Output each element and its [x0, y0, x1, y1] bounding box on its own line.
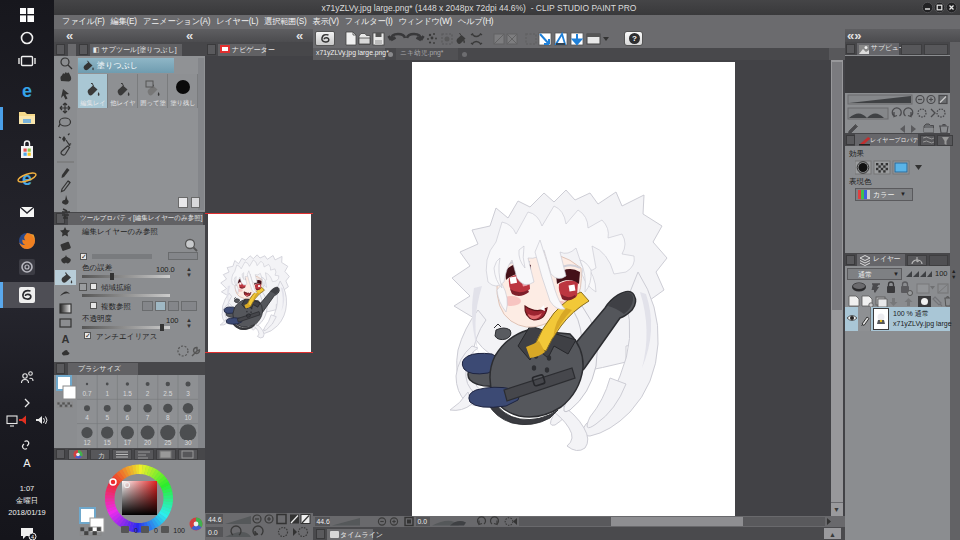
svg-text:12: 12 [83, 439, 91, 446]
svg-text:3: 3 [186, 390, 190, 397]
svg-text:0.0: 0.0 [418, 518, 428, 525]
svg-text:6: 6 [126, 414, 130, 421]
svg-text:2: 2 [146, 390, 150, 397]
svg-text:1:07: 1:07 [20, 484, 35, 493]
svg-text:20: 20 [144, 439, 152, 446]
svg-text:15: 15 [104, 439, 112, 446]
svg-text:5: 5 [105, 414, 109, 421]
svg-text:2.5: 2.5 [163, 390, 172, 397]
svg-text:25: 25 [164, 439, 172, 446]
svg-text:1.5: 1.5 [123, 390, 132, 397]
svg-text:44.6: 44.6 [208, 516, 222, 523]
svg-text:0.7: 0.7 [82, 390, 91, 397]
svg-text:30: 30 [184, 439, 192, 446]
svg-text:金曜日: 金曜日 [16, 496, 39, 505]
svg-text:1: 1 [105, 390, 109, 397]
svg-text:0.0: 0.0 [208, 529, 218, 536]
svg-text:A: A [62, 333, 70, 345]
svg-text:7: 7 [146, 414, 150, 421]
svg-text:10: 10 [184, 414, 192, 421]
svg-text:カ: カ [98, 452, 105, 459]
svg-text:e: e [22, 81, 32, 101]
svg-text:A: A [23, 457, 31, 469]
svg-text:4: 4 [85, 414, 89, 421]
svg-text:2018/01/19: 2018/01/19 [8, 508, 46, 517]
svg-text:0: 0 [134, 527, 138, 534]
svg-text:4: 4 [31, 534, 34, 540]
svg-text:100: 100 [173, 527, 185, 534]
svg-text:17: 17 [124, 439, 132, 446]
svg-text:8: 8 [166, 414, 170, 421]
svg-text:0: 0 [154, 527, 158, 534]
svg-text:44.6: 44.6 [317, 518, 330, 525]
